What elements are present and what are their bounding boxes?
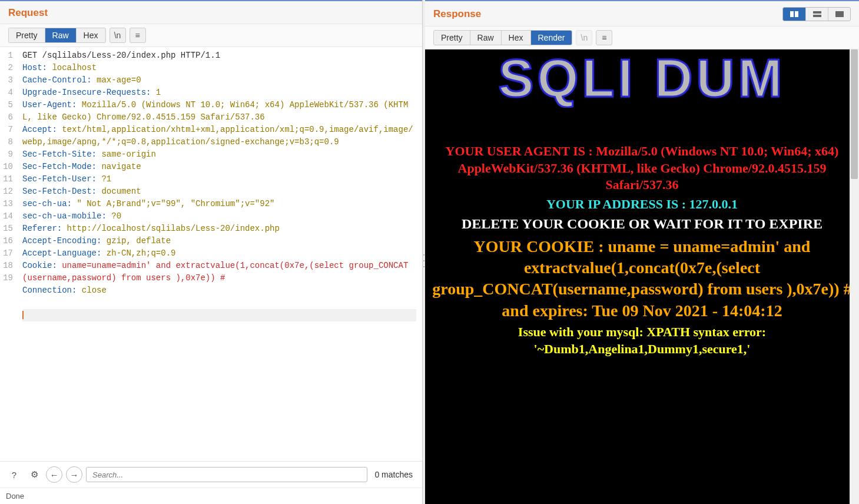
next-match-button[interactable]: → [66, 466, 82, 483]
app-root: Request PrettyRawHex \n ≡ 12345678910111… [0, 0, 859, 504]
cookie-line: YOUR COOKIE : uname = uname=admin' and e… [427, 236, 857, 322]
arrow-left-icon: ← [50, 470, 59, 480]
code-line: Referer: http://localhost/sqlilabs/Less-… [22, 223, 416, 235]
request-pane: Request PrettyRawHex \n ≡ 12345678910111… [0, 0, 423, 504]
code-line: Sec-Fetch-Mode: navigate [22, 161, 416, 173]
layout-single-button[interactable] [828, 8, 850, 21]
rows-icon [813, 11, 821, 17]
response-escape-newlines-button[interactable]: \n [576, 30, 592, 45]
scrollbar[interactable] [850, 49, 859, 504]
escape-newlines-button[interactable]: \n [110, 28, 126, 43]
layout-toggle [782, 7, 851, 21]
line-gutter: 12345678910111213141516171819 [0, 47, 16, 461]
code-line: Accept-Language: zh-CN,zh;q=0.9 [22, 247, 416, 260]
tab-hex[interactable]: Hex [501, 31, 530, 45]
request-editor[interactable]: 12345678910111213141516171819 GET /sqlil… [0, 47, 422, 461]
response-menu-button[interactable]: ≡ [596, 30, 612, 45]
code-line [22, 297, 416, 309]
code-line: Sec-Fetch-Dest: document [22, 185, 416, 198]
search-input[interactable] [86, 467, 367, 482]
columns-icon [790, 11, 798, 17]
arrow-right-icon: → [70, 470, 79, 480]
response-title: Response [433, 8, 481, 20]
prev-match-button[interactable]: ← [46, 466, 62, 483]
svg-rect-2 [813, 11, 821, 14]
delete-cookie-line: DELETE YOUR COOKIE OR WAIT FOR IT TO EXP… [427, 215, 857, 233]
gear-icon: ⚙ [31, 469, 38, 480]
tab-pretty[interactable]: Pretty [434, 31, 470, 45]
request-header: Request [0, 0, 422, 24]
match-count: 0 matches [371, 470, 416, 479]
response-header: Response [425, 0, 859, 26]
settings-button[interactable]: ⚙ [26, 466, 42, 483]
code-line: Upgrade-Insecure-Requests: 1 [22, 87, 416, 99]
code-line: GET /sqlilabs/Less-20/index.php HTTP/1.1 [22, 49, 416, 62]
scrollbar-thumb[interactable] [851, 49, 858, 179]
code-line: sec-ch-ua: " Not A;Brand";v="99", "Chrom… [22, 198, 416, 210]
tab-render[interactable]: Render [530, 31, 572, 45]
layout-columns-button[interactable] [783, 8, 805, 21]
hamburger-icon: ≡ [135, 31, 140, 40]
request-menu-button[interactable]: ≡ [130, 28, 146, 43]
single-icon [835, 11, 844, 17]
help-button[interactable]: ? [6, 466, 22, 483]
tab-raw[interactable]: Raw [45, 28, 76, 42]
tab-pretty[interactable]: Pretty [9, 28, 45, 42]
tab-raw[interactable]: Raw [470, 31, 501, 45]
svg-rect-3 [813, 15, 821, 17]
code-line: Sec-Fetch-Site: same-origin [22, 148, 416, 161]
layout-rows-button[interactable] [805, 8, 828, 21]
request-view-tabs: PrettyRawHex [8, 28, 106, 43]
response-render[interactable]: SQLI DUM YOUR USER AGENT IS : Mozilla/5.… [425, 49, 859, 504]
tab-hex[interactable]: Hex [76, 28, 105, 42]
request-bottombar: ? ⚙ ← → 0 matches [0, 461, 422, 488]
code-line: Connection: close [22, 284, 416, 297]
request-title: Request [8, 7, 48, 19]
response-view-tabs: PrettyRawHexRender [433, 30, 572, 45]
code-line: User-Agent: Mozilla/5.0 (Windows NT 10.0… [22, 99, 416, 124]
rendered-page: SQLI DUM YOUR USER AGENT IS : Mozilla/5.… [425, 49, 859, 372]
ip-address-line: YOUR IP ADDRESS IS : 127.0.0.1 [427, 196, 857, 213]
code-line: sec-ch-ua-mobile: ?0 [22, 210, 416, 223]
user-agent-line: YOUR USER AGENT IS : Mozilla/5.0 (Window… [427, 143, 857, 194]
code-line: Accept: text/html,application/xhtml+xml,… [22, 124, 416, 148]
request-code[interactable]: GET /sqlilabs/Less-20/index.php HTTP/1.1… [16, 47, 422, 461]
response-toolbar: PrettyRawHexRender \n ≡ [425, 26, 859, 49]
svg-rect-0 [790, 11, 794, 17]
page-banner: SQLI DUM [427, 49, 857, 108]
code-line: Host: localhost [22, 62, 416, 74]
code-line: Sec-Fetch-User: ?1 [22, 173, 416, 185]
svg-rect-1 [795, 11, 798, 17]
response-pane: Response PrettyRawHexRender \n ≡ [425, 0, 859, 504]
request-toolbar: PrettyRawHex \n ≡ [0, 24, 422, 47]
svg-rect-4 [835, 11, 844, 17]
help-icon: ? [12, 470, 16, 480]
code-line: Cache-Control: max-age=0 [22, 74, 416, 87]
status-bar: Done [0, 488, 422, 504]
hamburger-icon: ≡ [602, 33, 606, 42]
code-line: Accept-Encoding: gzip, deflate [22, 235, 416, 247]
mysql-error-line: Issue with your mysql: XPATH syntax erro… [427, 324, 857, 357]
code-line [22, 309, 416, 321]
code-line: Cookie: uname=uname=admin' and extractva… [22, 260, 416, 284]
